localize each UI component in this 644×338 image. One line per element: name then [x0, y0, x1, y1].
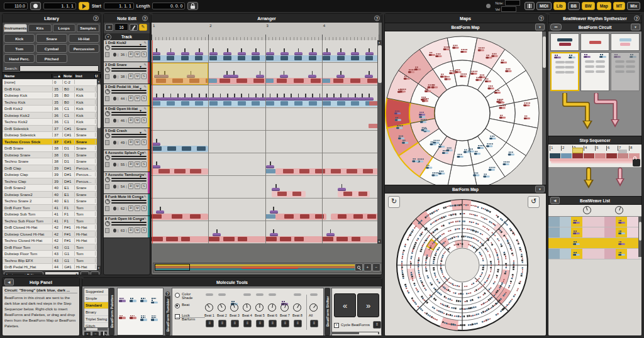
record-button[interactable]: [30, 2, 41, 10]
track-volume-slider[interactable]: ▼: [111, 90, 147, 94]
step-cell[interactable]: [618, 153, 628, 158]
zoom-in-button[interactable]: +: [364, 263, 372, 271]
track-s-button[interactable]: S: [142, 183, 147, 189]
track-mute-dot[interactable]: [113, 97, 116, 101]
collapse-beatform-map-button[interactable]: ▼: [535, 24, 545, 31]
tab-loops[interactable]: Loops: [53, 24, 75, 32]
beat-knob[interactable]: [293, 303, 301, 312]
overview-viewport[interactable]: [155, 264, 190, 271]
beat-knob[interactable]: [230, 303, 238, 312]
track-m-button[interactable]: M: [135, 161, 140, 167]
collapse-help-button[interactable]: ◀: [4, 279, 14, 286]
track-header[interactable]: 2 DnB Snare✎▼|38|RMS: [104, 62, 150, 84]
track-m-button[interactable]: M: [135, 117, 140, 123]
track-s-button[interactable]: S: [142, 74, 147, 79]
circuit-step-chip-cell[interactable]: [611, 33, 640, 51]
beatweave-row[interactable]: [548, 227, 641, 238]
knob-menu-button[interactable]: ≡: [243, 320, 252, 327]
length-field[interactable]: 0. 0. 0: [152, 3, 185, 9]
beatweave-cell[interactable]: [571, 217, 582, 227]
library-row[interactable]: DnB Snare38D1Snare: [3, 145, 101, 152]
track-m-button[interactable]: M: [135, 205, 140, 211]
track-header[interactable]: 4 DnB Open Hi-Hat✎▼|46|RMS: [104, 106, 150, 128]
track-mute-dot[interactable]: [113, 207, 116, 210]
circuit-column[interactable]: [580, 33, 609, 91]
library-scrollbar[interactable]: ▲ ▼: [97, 79, 101, 270]
track-header[interactable]: 1 DnB Kick2✎▼|36|RMS: [104, 40, 150, 62]
beatweave-cell[interactable]: [548, 217, 560, 227]
palette-beatform[interactable]: [151, 307, 158, 320]
track-select-box[interactable]: [105, 206, 109, 211]
meter-view-button[interactable]: [525, 2, 535, 10]
track-volume-slider[interactable]: ▼: [111, 134, 147, 138]
play-button[interactable]: [79, 2, 89, 10]
track-m-button[interactable]: M: [135, 52, 140, 57]
palette-beatform[interactable]: [130, 307, 136, 320]
palette-item-binary[interactable]: Binary: [84, 309, 108, 316]
library-row[interactable]: Techno Snare38D1Snare: [3, 158, 101, 165]
track-r-button[interactable]: R: [128, 227, 133, 233]
column-header[interactable]: Inst: [74, 74, 95, 78]
beatweave-cell[interactable]: [548, 249, 560, 259]
step-cell[interactable]: [595, 153, 606, 158]
beat-knob[interactable]: [243, 303, 251, 312]
beatweave-cell[interactable]: [582, 249, 594, 259]
beatweave-cell[interactable]: [571, 249, 582, 259]
rotate-ccw-button[interactable]: ↺: [528, 196, 540, 208]
beatweave-cell[interactable]: [616, 238, 627, 248]
tab-kits[interactable]: Kits: [28, 24, 51, 32]
track-s-button[interactable]: S: [142, 227, 147, 233]
track-select-box[interactable]: [105, 184, 109, 189]
beat-knob[interactable]: [255, 303, 264, 312]
step-cell[interactable]: [606, 153, 617, 158]
track-mute-dot[interactable]: [113, 141, 116, 144]
knob-menu-button[interactable]: ≡: [310, 320, 318, 327]
step-cell[interactable]: [561, 153, 572, 158]
circuit-beatform-cell[interactable]: [611, 52, 640, 91]
category-button-tom[interactable]: Tom: [4, 44, 35, 53]
tempo-field[interactable]: 110.0: [4, 3, 28, 9]
library-row[interactable]: Techno Sub Floor Tom41F1Tom: [3, 218, 101, 225]
selection-box[interactable]: [152, 63, 208, 85]
help-icon[interactable]: ?: [538, 16, 544, 21]
view-button-mt[interactable]: MT: [613, 2, 625, 10]
beatweave-cell[interactable]: [616, 217, 627, 227]
track-r-button[interactable]: R: [128, 74, 133, 79]
beatweave-row[interactable]: [548, 217, 641, 227]
beatweave-cell[interactable]: [604, 217, 616, 227]
category-button-cymbal[interactable]: Cymbal: [36, 44, 67, 53]
library-row[interactable]: Dubstep Kick35B0Kick: [3, 92, 101, 99]
arrangement-overview[interactable]: [153, 263, 382, 273]
cycle-menu-button[interactable]: ≡: [373, 321, 381, 329]
pencil-icon[interactable]: ✎: [143, 217, 147, 221]
palette-beatform[interactable]: [140, 307, 147, 320]
brush-tool-button[interactable]: [130, 24, 138, 31]
library-row[interactable]: Techno Clap39D#1Percus...: [3, 178, 101, 185]
beatweave-cell[interactable]: [627, 217, 638, 227]
track-volume-slider[interactable]: ▼: [111, 222, 147, 226]
help-icon[interactable]: ?: [165, 291, 170, 297]
shift-left-button[interactable]: «: [334, 293, 356, 317]
pencil-icon[interactable]: ✎: [143, 63, 147, 67]
pencil-icon[interactable]: ✎: [143, 173, 147, 177]
library-row[interactable]: Techno Snare 240E1Snare: [3, 198, 101, 205]
track-s-button[interactable]: S: [142, 95, 147, 101]
beat-knob[interactable]: [218, 303, 226, 312]
beatweave-row[interactable]: [548, 249, 641, 259]
circuit-column[interactable]: [611, 33, 640, 91]
collapse-circuit-button[interactable]: ▼: [631, 24, 640, 31]
track-volume-slider[interactable]: ▼: [111, 178, 147, 182]
track-volume-slider[interactable]: ▼: [111, 46, 147, 50]
shift-right-button[interactable]: »: [357, 293, 379, 317]
column-header[interactable]: U: [95, 74, 101, 78]
track-volume-slider[interactable]: ▼: [111, 156, 147, 160]
scroll-down-icon[interactable]: ▼: [377, 239, 381, 244]
track-s-button[interactable]: S: [142, 139, 147, 145]
pencil-icon[interactable]: ✎: [143, 195, 147, 199]
beatweave-cell[interactable]: [594, 217, 605, 227]
track-knob[interactable]: [105, 133, 110, 138]
beatweave-cell[interactable]: [604, 238, 616, 248]
beatweave-knob-headers[interactable]: [548, 205, 641, 217]
beatweave-cell[interactable]: [594, 227, 605, 237]
instrument-editor-button[interactable]: Instrument Editor...: [4, 271, 43, 276]
